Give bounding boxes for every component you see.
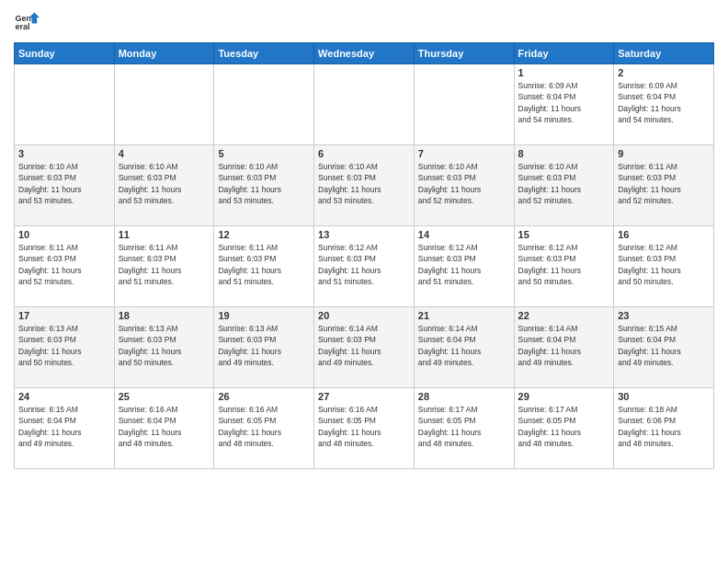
- day-number: 28: [418, 391, 510, 402]
- calendar-cell: 20Sunrise: 6:14 AM Sunset: 6:03 PM Dayli…: [314, 307, 415, 388]
- calendar-cell: [414, 64, 514, 145]
- calendar-cell: 21Sunrise: 6:14 AM Sunset: 6:04 PM Dayli…: [414, 307, 514, 388]
- calendar-cell: 16Sunrise: 6:12 AM Sunset: 6:03 PM Dayli…: [614, 226, 714, 307]
- day-info: Sunrise: 6:10 AM Sunset: 6:03 PM Dayligh…: [18, 161, 110, 206]
- weekday-header: Saturday: [614, 43, 714, 64]
- calendar-cell: [314, 64, 415, 145]
- calendar: SundayMondayTuesdayWednesdayThursdayFrid…: [14, 42, 714, 469]
- day-info: Sunrise: 6:10 AM Sunset: 6:03 PM Dayligh…: [518, 161, 610, 206]
- calendar-cell: 6Sunrise: 6:10 AM Sunset: 6:03 PM Daylig…: [314, 145, 415, 226]
- day-number: 3: [18, 148, 110, 159]
- calendar-cell: 26Sunrise: 6:16 AM Sunset: 6:05 PM Dayli…: [214, 388, 314, 469]
- calendar-cell: 22Sunrise: 6:14 AM Sunset: 6:04 PM Dayli…: [514, 307, 614, 388]
- day-number: 10: [18, 229, 110, 240]
- day-number: 4: [119, 148, 210, 159]
- logo-icon: Gen eral: [14, 9, 40, 35]
- day-number: 25: [119, 391, 210, 402]
- day-info: Sunrise: 6:18 AM Sunset: 6:06 PM Dayligh…: [618, 404, 710, 449]
- weekday-header: Monday: [114, 43, 214, 64]
- calendar-cell: 30Sunrise: 6:18 AM Sunset: 6:06 PM Dayli…: [614, 388, 714, 469]
- calendar-cell: 13Sunrise: 6:12 AM Sunset: 6:03 PM Dayli…: [314, 226, 415, 307]
- calendar-cell: 28Sunrise: 6:17 AM Sunset: 6:05 PM Dayli…: [414, 388, 514, 469]
- calendar-cell: 11Sunrise: 6:11 AM Sunset: 6:03 PM Dayli…: [114, 226, 214, 307]
- calendar-week-row: 1Sunrise: 6:09 AM Sunset: 6:04 PM Daylig…: [15, 64, 714, 145]
- calendar-cell: 25Sunrise: 6:16 AM Sunset: 6:04 PM Dayli…: [114, 388, 214, 469]
- day-info: Sunrise: 6:17 AM Sunset: 6:05 PM Dayligh…: [418, 404, 510, 449]
- day-number: 13: [318, 229, 410, 240]
- calendar-cell: 3Sunrise: 6:10 AM Sunset: 6:03 PM Daylig…: [15, 145, 115, 226]
- day-number: 5: [218, 148, 310, 159]
- day-number: 19: [218, 310, 310, 321]
- day-info: Sunrise: 6:12 AM Sunset: 6:03 PM Dayligh…: [318, 242, 410, 287]
- day-info: Sunrise: 6:10 AM Sunset: 6:03 PM Dayligh…: [418, 161, 510, 206]
- day-info: Sunrise: 6:09 AM Sunset: 6:04 PM Dayligh…: [618, 80, 710, 125]
- day-number: 27: [318, 391, 410, 402]
- calendar-cell: 18Sunrise: 6:13 AM Sunset: 6:03 PM Dayli…: [114, 307, 214, 388]
- day-info: Sunrise: 6:16 AM Sunset: 6:05 PM Dayligh…: [318, 404, 410, 449]
- logo: Gen eral: [14, 9, 43, 35]
- day-info: Sunrise: 6:10 AM Sunset: 6:03 PM Dayligh…: [218, 161, 310, 206]
- calendar-cell: 12Sunrise: 6:11 AM Sunset: 6:03 PM Dayli…: [214, 226, 314, 307]
- day-info: Sunrise: 6:16 AM Sunset: 6:04 PM Dayligh…: [119, 404, 210, 449]
- calendar-cell: 4Sunrise: 6:10 AM Sunset: 6:03 PM Daylig…: [114, 145, 214, 226]
- day-number: 22: [518, 310, 610, 321]
- weekday-header: Friday: [514, 43, 614, 64]
- calendar-cell: 23Sunrise: 6:15 AM Sunset: 6:04 PM Dayli…: [614, 307, 714, 388]
- calendar-cell: [15, 64, 115, 145]
- day-number: 23: [618, 310, 710, 321]
- day-info: Sunrise: 6:09 AM Sunset: 6:04 PM Dayligh…: [518, 80, 610, 125]
- day-number: 29: [518, 391, 610, 402]
- calendar-cell: 10Sunrise: 6:11 AM Sunset: 6:03 PM Dayli…: [15, 226, 115, 307]
- day-number: 26: [218, 391, 310, 402]
- day-info: Sunrise: 6:12 AM Sunset: 6:03 PM Dayligh…: [618, 242, 710, 287]
- weekday-header: Sunday: [15, 43, 115, 64]
- calendar-cell: 1Sunrise: 6:09 AM Sunset: 6:04 PM Daylig…: [514, 64, 614, 145]
- calendar-cell: [114, 64, 214, 145]
- calendar-week-row: 17Sunrise: 6:13 AM Sunset: 6:03 PM Dayli…: [15, 307, 714, 388]
- day-info: Sunrise: 6:14 AM Sunset: 6:04 PM Dayligh…: [518, 323, 610, 368]
- calendar-cell: 15Sunrise: 6:12 AM Sunset: 6:03 PM Dayli…: [514, 226, 614, 307]
- day-number: 24: [18, 391, 110, 402]
- calendar-cell: 2Sunrise: 6:09 AM Sunset: 6:04 PM Daylig…: [614, 64, 714, 145]
- day-info: Sunrise: 6:13 AM Sunset: 6:03 PM Dayligh…: [218, 323, 310, 368]
- weekday-header: Thursday: [414, 43, 514, 64]
- calendar-cell: 29Sunrise: 6:17 AM Sunset: 6:05 PM Dayli…: [514, 388, 614, 469]
- calendar-week-row: 3Sunrise: 6:10 AM Sunset: 6:03 PM Daylig…: [15, 145, 714, 226]
- calendar-cell: 7Sunrise: 6:10 AM Sunset: 6:03 PM Daylig…: [414, 145, 514, 226]
- day-info: Sunrise: 6:14 AM Sunset: 6:03 PM Dayligh…: [318, 323, 410, 368]
- day-number: 30: [618, 391, 710, 402]
- day-number: 20: [318, 310, 410, 321]
- day-number: 11: [119, 229, 210, 240]
- calendar-cell: 19Sunrise: 6:13 AM Sunset: 6:03 PM Dayli…: [214, 307, 314, 388]
- calendar-week-row: 10Sunrise: 6:11 AM Sunset: 6:03 PM Dayli…: [15, 226, 714, 307]
- day-number: 21: [418, 310, 510, 321]
- calendar-cell: 27Sunrise: 6:16 AM Sunset: 6:05 PM Dayli…: [314, 388, 415, 469]
- day-info: Sunrise: 6:15 AM Sunset: 6:04 PM Dayligh…: [18, 404, 110, 449]
- calendar-cell: 14Sunrise: 6:12 AM Sunset: 6:03 PM Dayli…: [414, 226, 514, 307]
- calendar-cell: 24Sunrise: 6:15 AM Sunset: 6:04 PM Dayli…: [15, 388, 115, 469]
- day-number: 9: [618, 148, 710, 159]
- calendar-cell: 17Sunrise: 6:13 AM Sunset: 6:03 PM Dayli…: [15, 307, 115, 388]
- day-info: Sunrise: 6:14 AM Sunset: 6:04 PM Dayligh…: [418, 323, 510, 368]
- day-info: Sunrise: 6:12 AM Sunset: 6:03 PM Dayligh…: [518, 242, 610, 287]
- day-number: 2: [618, 67, 710, 78]
- day-number: 16: [618, 229, 710, 240]
- day-info: Sunrise: 6:11 AM Sunset: 6:03 PM Dayligh…: [119, 242, 210, 287]
- calendar-cell: [214, 64, 314, 145]
- day-info: Sunrise: 6:17 AM Sunset: 6:05 PM Dayligh…: [518, 404, 610, 449]
- header: Gen eral: [14, 9, 714, 35]
- weekday-header: Tuesday: [214, 43, 314, 64]
- day-number: 8: [518, 148, 610, 159]
- day-info: Sunrise: 6:10 AM Sunset: 6:03 PM Dayligh…: [119, 161, 210, 206]
- weekday-header: Wednesday: [314, 43, 415, 64]
- day-number: 12: [218, 229, 310, 240]
- day-info: Sunrise: 6:13 AM Sunset: 6:03 PM Dayligh…: [119, 323, 210, 368]
- svg-text:eral: eral: [15, 22, 29, 31]
- day-number: 15: [518, 229, 610, 240]
- day-info: Sunrise: 6:10 AM Sunset: 6:03 PM Dayligh…: [318, 161, 410, 206]
- calendar-cell: 5Sunrise: 6:10 AM Sunset: 6:03 PM Daylig…: [214, 145, 314, 226]
- day-number: 6: [318, 148, 410, 159]
- day-number: 18: [119, 310, 210, 321]
- day-info: Sunrise: 6:11 AM Sunset: 6:03 PM Dayligh…: [618, 161, 710, 206]
- day-info: Sunrise: 6:11 AM Sunset: 6:03 PM Dayligh…: [218, 242, 310, 287]
